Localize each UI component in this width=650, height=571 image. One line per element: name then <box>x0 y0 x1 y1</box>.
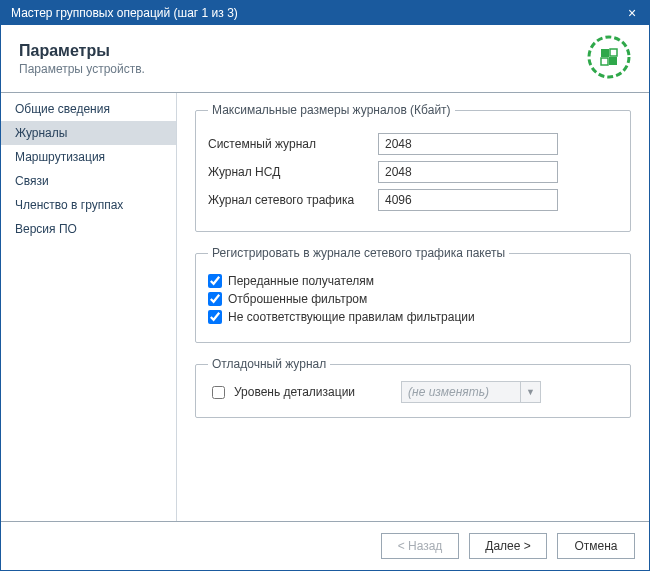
debug-level-combo: ▼ <box>401 381 541 403</box>
system-log-label: Системный журнал <box>208 137 378 151</box>
nsd-log-label: Журнал НСД <box>208 165 378 179</box>
svg-rect-4 <box>609 57 617 65</box>
cancel-button[interactable]: Отмена <box>557 533 635 559</box>
row-delivered: Переданные получателям <box>208 274 618 288</box>
nomatch-label: Не соответствующие правилам фильтрации <box>228 310 475 324</box>
row-debug-level: Уровень детализации ▼ <box>208 381 618 403</box>
sidebar-item-general[interactable]: Общие сведения <box>1 97 176 121</box>
sidebar-item-version[interactable]: Версия ПО <box>1 217 176 241</box>
sidebar-item-label: Маршрутизация <box>15 150 105 164</box>
traffic-log-label: Журнал сетевого трафика <box>208 193 378 207</box>
debug-level-checkbox[interactable] <box>212 386 225 399</box>
svg-rect-3 <box>601 58 608 65</box>
header: Параметры Параметры устройств. <box>1 25 649 93</box>
row-dropped: Отброшенные фильтром <box>208 292 618 306</box>
group-register-packets: Регистрировать в журнале сетевого трафик… <box>195 246 631 343</box>
sidebar-item-logs[interactable]: Журналы <box>1 121 176 145</box>
page-title: Параметры <box>19 42 145 60</box>
page-subtitle: Параметры устройств. <box>19 62 145 76</box>
dropped-checkbox[interactable] <box>208 292 222 306</box>
sidebar-item-label: Членство в группах <box>15 198 123 212</box>
sidebar-item-label: Версия ПО <box>15 222 77 236</box>
body: Общие сведения Журналы Маршрутизация Свя… <box>1 93 649 522</box>
row-nomatch: Не соответствующие правилам фильтрации <box>208 310 618 324</box>
next-button[interactable]: Далее > <box>469 533 547 559</box>
content: Максимальные размеры журналов (Кбайт) Си… <box>177 93 649 521</box>
dropped-label: Отброшенные фильтром <box>228 292 367 306</box>
wizard-icon <box>587 35 631 82</box>
row-system-log: Системный журнал <box>208 133 618 155</box>
sidebar-item-label: Общие сведения <box>15 102 110 116</box>
titlebar: Мастер групповых операций (шаг 1 из 3) × <box>1 1 649 25</box>
group-max-log-sizes: Максимальные размеры журналов (Кбайт) Си… <box>195 103 631 232</box>
header-text: Параметры Параметры устройств. <box>19 42 145 76</box>
nsd-log-input[interactable] <box>378 161 558 183</box>
row-traffic-log: Журнал сетевого трафика <box>208 189 618 211</box>
debug-level-value <box>401 381 521 403</box>
group-legend: Отладочный журнал <box>208 357 330 371</box>
svg-rect-1 <box>601 49 609 57</box>
group-legend: Максимальные размеры журналов (Кбайт) <box>208 103 455 117</box>
footer: < Назад Далее > Отмена <box>1 522 649 570</box>
sidebar-item-groups[interactable]: Членство в группах <box>1 193 176 217</box>
delivered-label: Переданные получателям <box>228 274 374 288</box>
debug-level-label: Уровень детализации <box>234 385 355 399</box>
back-button: < Назад <box>381 533 459 559</box>
group-legend: Регистрировать в журнале сетевого трафик… <box>208 246 509 260</box>
row-nsd-log: Журнал НСД <box>208 161 618 183</box>
sidebar-item-routing[interactable]: Маршрутизация <box>1 145 176 169</box>
delivered-checkbox[interactable] <box>208 274 222 288</box>
svg-rect-2 <box>610 49 617 56</box>
nomatch-checkbox[interactable] <box>208 310 222 324</box>
group-debug-log: Отладочный журнал Уровень детализации ▼ <box>195 357 631 418</box>
traffic-log-input[interactable] <box>378 189 558 211</box>
chevron-down-icon: ▼ <box>521 381 541 403</box>
system-log-input[interactable] <box>378 133 558 155</box>
sidebar: Общие сведения Журналы Маршрутизация Свя… <box>1 93 177 521</box>
window-title: Мастер групповых операций (шаг 1 из 3) <box>11 6 238 20</box>
sidebar-item-label: Связи <box>15 174 49 188</box>
close-icon[interactable]: × <box>615 1 649 25</box>
sidebar-item-links[interactable]: Связи <box>1 169 176 193</box>
sidebar-item-label: Журналы <box>15 126 67 140</box>
dialog-window: Мастер групповых операций (шаг 1 из 3) ×… <box>0 0 650 571</box>
